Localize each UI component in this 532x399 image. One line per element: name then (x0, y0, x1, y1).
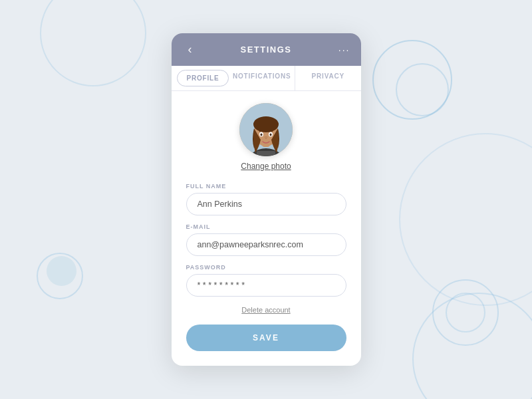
svg-point-4 (253, 116, 279, 132)
avatar (239, 103, 293, 156)
change-photo-button[interactable]: Change photo (241, 162, 291, 171)
full-name-input[interactable] (186, 193, 346, 215)
bg-circle-9 (40, 0, 146, 86)
profile-content: Change photo FULL NAME E-MAIL PASSWORD D… (172, 91, 361, 366)
header: ‹ SETTINGS ··· (172, 33, 361, 66)
more-options-button[interactable]: ··· (334, 45, 350, 55)
password-field-group: PASSWORD (186, 264, 346, 297)
tabs-bar: PROFILE NOTIFICATIONS PRIVACY (172, 66, 361, 91)
bg-circle-8 (399, 133, 532, 306)
password-input[interactable] (186, 274, 346, 297)
save-button[interactable]: SAVE (186, 325, 346, 351)
back-button[interactable]: ‹ (182, 43, 198, 57)
email-field-group: E-MAIL (186, 223, 346, 256)
svg-point-8 (270, 134, 272, 136)
avatar-section: Change photo (186, 103, 346, 171)
email-input[interactable] (186, 233, 346, 256)
bg-circle-2 (396, 63, 449, 116)
tab-notifications[interactable]: NOTIFICATIONS (229, 66, 295, 90)
email-label: E-MAIL (186, 223, 346, 230)
full-name-field-group: FULL NAME (186, 183, 346, 215)
delete-account-button[interactable]: Delete account (186, 306, 346, 314)
tab-privacy[interactable]: PRIVACY (295, 66, 361, 90)
svg-rect-9 (257, 151, 275, 156)
svg-point-7 (261, 134, 263, 136)
bg-circle-7 (412, 293, 532, 399)
page-title: SETTINGS (198, 45, 334, 55)
phone-card: ‹ SETTINGS ··· PROFILE NOTIFICATIONS PRI… (172, 33, 361, 366)
bg-circle-fill-6 (47, 256, 76, 286)
password-label: PASSWORD (186, 264, 346, 271)
full-name-label: FULL NAME (186, 183, 346, 190)
tab-profile[interactable]: PROFILE (177, 70, 229, 86)
